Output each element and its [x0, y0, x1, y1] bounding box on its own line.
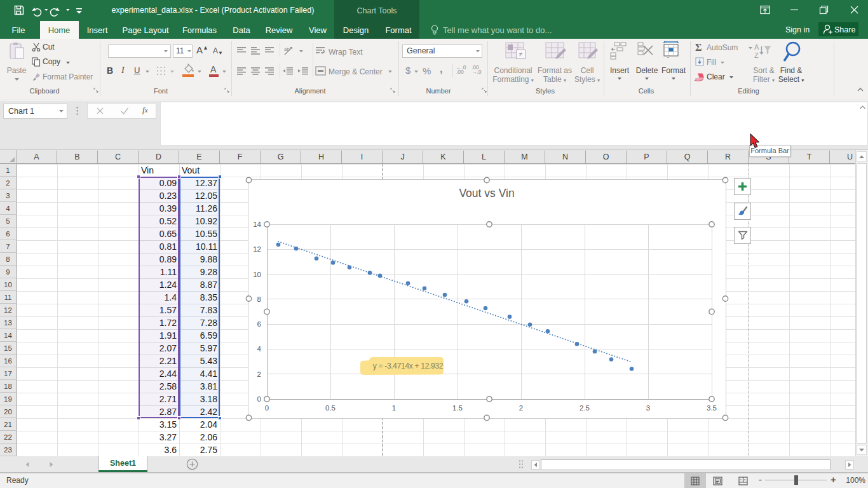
svg-text:14: 14: [253, 220, 261, 228]
svg-text:0.5: 0.5: [325, 404, 336, 412]
svg-text:y = -3.4714x + 12.932: y = -3.4714x + 12.932: [373, 362, 444, 370]
svg-text:6: 6: [257, 320, 261, 328]
svg-text:1: 1: [392, 404, 396, 412]
svg-text:ab: ab: [284, 46, 290, 52]
svg-text:3: 3: [646, 404, 650, 412]
svg-text:1.5: 1.5: [452, 404, 463, 412]
svg-text:2.5: 2.5: [580, 404, 590, 412]
svg-text:0: 0: [257, 395, 261, 403]
svg-text:0: 0: [265, 404, 269, 412]
svg-text:A: A: [754, 43, 759, 51]
svg-text:8: 8: [257, 295, 261, 303]
svg-text:12: 12: [253, 245, 261, 253]
svg-text:2: 2: [257, 370, 261, 378]
svg-text:Z: Z: [754, 51, 759, 59]
svg-text:3.5: 3.5: [707, 404, 717, 412]
svg-text:10: 10: [253, 271, 261, 278]
svg-text:2: 2: [519, 404, 523, 412]
svg-text:Vout vs Vin: Vout vs Vin: [459, 187, 514, 200]
svg-text:4: 4: [257, 345, 262, 353]
